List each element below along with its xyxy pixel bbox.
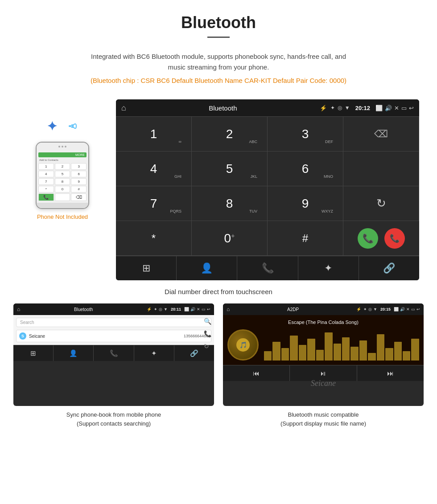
music-skip-forward[interactable]: ⏭: [357, 365, 424, 381]
bluetooth-signal: ✦: [47, 117, 78, 135]
intro-line1: Integrated with BC6 Bluetooth module, su…: [36, 51, 401, 62]
pb-nav-person[interactable]: 👤: [54, 345, 94, 361]
end-call-button[interactable]: 📞: [384, 228, 405, 249]
phone-dot-3: [65, 146, 66, 148]
home-icon[interactable]: ⌂: [121, 103, 126, 113]
search-bar[interactable]: Search: [16, 318, 211, 327]
mu-cam: ⬜: [394, 307, 399, 311]
phone-top-bar: [37, 143, 88, 151]
main-screen-area: ✦ MORE Add to Contacts 1 2 3 4: [0, 90, 437, 283]
nav-bluetooth-button[interactable]: ✦: [298, 256, 359, 280]
music-status-bar: ⌂ A2DP ⚡ ✦ ◎ ▼ 20:15 ⬜ 🔊 ✕ ▭ ↩: [223, 303, 424, 315]
dial-key-7[interactable]: 7PQRS: [116, 186, 192, 221]
eq-bar-7: [316, 350, 324, 361]
dial-bottom-nav: ⊞ 👤 📞 ✦ 🔗: [116, 256, 419, 280]
music-content: Escape (The Pina Colada Song) 🎵: [223, 315, 424, 365]
music-song-title: Escape (The Pina Colada Song): [288, 320, 359, 325]
dial-key-4[interactable]: 4GHI: [116, 152, 192, 186]
equalizer-bars: [264, 329, 419, 361]
phone-key-4: 4: [38, 171, 54, 177]
dial-status-bar: ⌂ Bluetooth ⚡ ✦ ◎ ▼ 20:12 ⬜ 🔊 ✕ ▭ ↩: [116, 99, 419, 116]
dial-key-6[interactable]: 6MNO: [268, 152, 343, 186]
phonebook-usb-icon: ⚡: [147, 307, 152, 311]
search-side-icon[interactable]: 🔍: [204, 318, 211, 325]
pb-nav-phone[interactable]: 📞: [94, 345, 134, 361]
phone-key-8: 8: [55, 178, 70, 185]
intro-line2: music streaming from your phone.: [36, 62, 401, 73]
pb-sig-icon: ▼: [164, 307, 168, 311]
pb-nav-bt[interactable]: ✦: [134, 345, 174, 361]
bottom-screens: ⌂ Bluetooth ⚡ ✦ ◎ ▼ 20:11 ⬜ 🔊 ✕ ▭ ↩: [0, 303, 437, 430]
dial-key-5[interactable]: 5JKL: [192, 152, 268, 186]
mu-loc-icon: ◎: [368, 307, 372, 311]
status-time: 20:12: [355, 105, 370, 111]
dial-key-3[interactable]: 3DEF: [268, 117, 343, 152]
call-button[interactable]: 📞: [358, 228, 378, 249]
mu-vol: 🔊: [400, 307, 405, 311]
phone-side-icon[interactable]: 📞: [204, 330, 211, 337]
dial-key-1[interactable]: 1∞: [116, 117, 192, 152]
music-time: 20:15: [380, 307, 391, 311]
contact-row[interactable]: S Seicane 13566664466: [16, 330, 211, 342]
phone-key-empty: [55, 193, 70, 201]
dial-key-0[interactable]: 0+: [192, 221, 268, 256]
music-bottom-nav: ⏮ ⏯ ⏭: [223, 365, 424, 381]
nav-phone-button[interactable]: 📞: [237, 256, 298, 280]
contact-letter: S: [19, 332, 26, 340]
mu-back[interactable]: ↩: [416, 307, 420, 311]
phonebook-home-icon[interactable]: ⌂: [17, 306, 20, 312]
eq-bar-6: [307, 339, 315, 361]
dial-screen-title: Bluetooth: [130, 104, 316, 112]
phonebook-side-icons: 🔍 📞 ↻: [204, 318, 211, 350]
refresh-icon: ↻: [376, 197, 386, 210]
pb-nav-grid[interactable]: ⊞: [13, 345, 54, 361]
nav-dialpad-button[interactable]: ⊞: [116, 256, 177, 280]
mu-x: ✕: [406, 307, 410, 311]
location-icon: ◎: [338, 105, 342, 111]
phonebook-caption: Sync phone-book from mobile phone (Suppo…: [13, 406, 214, 430]
eq-bar-9: [334, 344, 341, 361]
music-play-pause[interactable]: ⏯: [290, 365, 357, 381]
eq-bar-13: [368, 353, 375, 361]
dial-refresh-cell[interactable]: ↻: [343, 186, 419, 221]
music-screen-wrap: ⌂ A2DP ⚡ ✦ ◎ ▼ 20:15 ⬜ 🔊 ✕ ▭ ↩: [223, 303, 424, 430]
mu-bt-icon: ✦: [363, 307, 367, 311]
music-usb-icon: ⚡: [356, 307, 361, 311]
eq-bar-17: [403, 351, 410, 361]
music-caption: Bluetooth music compatible (Support disp…: [223, 406, 424, 430]
nav-contacts-button[interactable]: 👤: [177, 256, 237, 280]
eq-bar-1: [264, 351, 272, 361]
svg-point-0: [69, 125, 70, 127]
backspace-icon: ⌫: [374, 128, 388, 140]
music-skip-back[interactable]: ⏮: [223, 365, 290, 381]
eq-bar-11: [350, 347, 358, 361]
phone-screen: MORE Add to Contacts 1 2 3 4 5 6 7 8 9 *…: [37, 151, 88, 203]
music-home-icon[interactable]: ⌂: [227, 306, 230, 312]
phone-illustration: ✦ MORE Add to Contacts 1 2 3 4: [18, 117, 107, 220]
pb-bt-icon: ✦: [154, 307, 157, 311]
nav-link-button[interactable]: 🔗: [359, 256, 419, 280]
phone-key-del: ⌫: [71, 193, 87, 201]
refresh-side-icon[interactable]: ↻: [204, 343, 211, 350]
phone-key-star: *: [38, 186, 54, 193]
volume-icon: 🔊: [385, 105, 392, 111]
window-icon: ▭: [401, 105, 407, 111]
phone-key-hash: #: [71, 186, 87, 193]
phonebook-screen: ⌂ Bluetooth ⚡ ✦ ◎ ▼ 20:11 ⬜ 🔊 ✕ ▭ ↩: [13, 303, 214, 406]
phonebook-content: Search S Seicane 13566664466: [13, 315, 214, 345]
back-icon[interactable]: ↩: [409, 105, 414, 111]
dial-key-hash[interactable]: #: [268, 221, 343, 256]
dial-key-star[interactable]: *: [116, 221, 192, 256]
dial-key-2[interactable]: 2ABC: [192, 117, 268, 152]
phonebook-screen-wrap: ⌂ Bluetooth ⚡ ✦ ◎ ▼ 20:11 ⬜ 🔊 ✕ ▭ ↩: [13, 303, 214, 430]
page-title: Bluetooth: [0, 13, 437, 32]
pb-back[interactable]: ↩: [207, 307, 210, 311]
signal-arcs-icon: [61, 117, 78, 135]
phone-key-3: 3: [71, 163, 87, 170]
dial-key-8[interactable]: 8TUV: [192, 186, 268, 221]
music-caption-line1: Bluetooth music compatible: [225, 410, 421, 419]
phone-dot: [58, 146, 60, 148]
dial-key-9[interactable]: 9WXYZ: [268, 186, 343, 221]
phone-key-2: 2: [55, 163, 70, 170]
dial-backspace-cell[interactable]: ⌫: [343, 117, 419, 152]
